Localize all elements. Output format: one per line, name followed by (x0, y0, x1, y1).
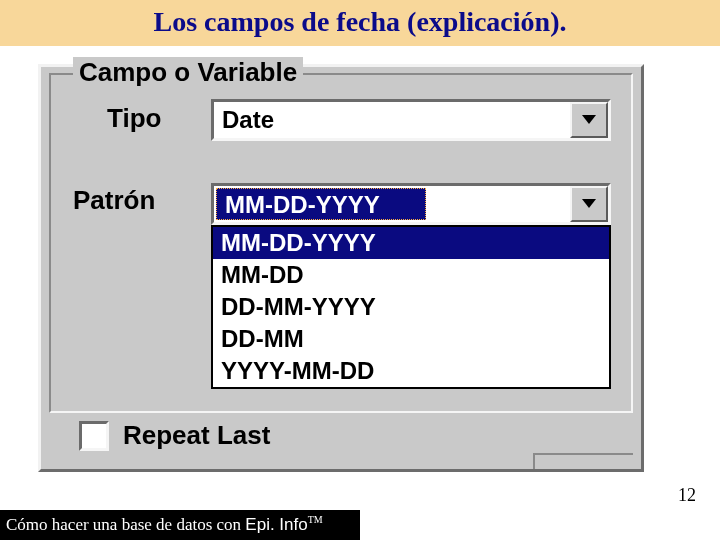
footer-prefix: Cómo hacer una base de datos con (6, 515, 245, 534)
chevron-down-icon (582, 115, 596, 125)
footer-caption: Cómo hacer una base de datos con Epi. In… (0, 510, 360, 540)
combo-tipo-value: Date (214, 102, 570, 138)
groupbox-legend: Campo o Variable (73, 57, 303, 88)
page-number: 12 (678, 485, 696, 506)
groupbox-partial (533, 453, 633, 469)
slide-title: Los campos de fecha (explicación). (0, 6, 720, 38)
chevron-down-icon (582, 199, 596, 209)
checkbox-repeat-last[interactable] (79, 421, 109, 451)
svg-marker-1 (582, 199, 596, 208)
combo-patron[interactable]: MM-DD-YYYY (211, 183, 611, 225)
label-tipo: Tipo (107, 103, 161, 134)
footer-tm: TM (308, 514, 323, 525)
footer-product: Epi. Info (245, 515, 307, 534)
groupbox-campo-variable: Campo o Variable Tipo Date Patrón MM-DD-… (49, 73, 633, 413)
dropdown-option[interactable]: YYYY-MM-DD (213, 355, 609, 387)
svg-marker-0 (582, 115, 596, 124)
dropdown-option[interactable]: MM-DD (213, 259, 609, 291)
combo-tipo-drop-button[interactable] (570, 102, 608, 138)
combo-patron-drop-button[interactable] (570, 186, 608, 222)
label-patron: Patrón (73, 185, 155, 216)
dropdown-option[interactable]: DD-MM-YYYY (213, 291, 609, 323)
combo-patron-value: MM-DD-YYYY (216, 188, 426, 220)
label-repeat-last: Repeat Last (123, 420, 270, 451)
slide-title-bar: Los campos de fecha (explicación). (0, 0, 720, 46)
dialog-panel: Campo o Variable Tipo Date Patrón MM-DD-… (38, 64, 644, 472)
dropdown-option[interactable]: DD-MM (213, 323, 609, 355)
combo-patron-dropdown[interactable]: MM-DD-YYYY MM-DD DD-MM-YYYY DD-MM YYYY-M… (211, 225, 611, 389)
combo-tipo[interactable]: Date (211, 99, 611, 141)
repeat-last-row: Repeat Last (79, 420, 270, 451)
dropdown-option[interactable]: MM-DD-YYYY (213, 227, 609, 259)
